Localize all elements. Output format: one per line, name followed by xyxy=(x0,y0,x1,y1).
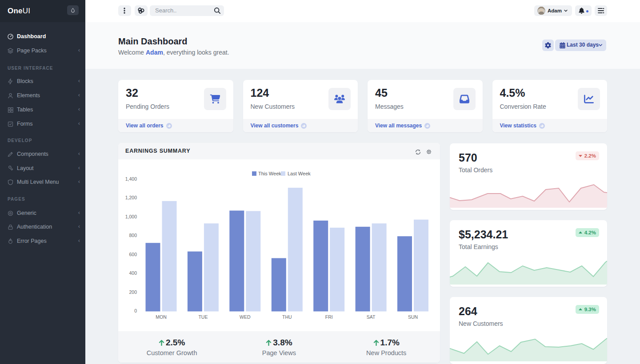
svg-text:800: 800 xyxy=(129,233,137,238)
svg-text:1,200: 1,200 xyxy=(125,195,137,200)
svg-text:200: 200 xyxy=(129,289,137,295)
svg-text:THU: THU xyxy=(282,314,292,320)
svg-text:MON: MON xyxy=(156,314,167,320)
svg-text:600: 600 xyxy=(129,252,137,257)
svg-text:SAT: SAT xyxy=(367,314,376,320)
svg-text:400: 400 xyxy=(129,270,137,276)
svg-text:1,000: 1,000 xyxy=(125,214,137,219)
svg-text:FRI: FRI xyxy=(325,314,333,320)
svg-text:This Week: This Week xyxy=(258,171,281,176)
svg-text:Last Week: Last Week xyxy=(288,171,311,176)
svg-text:TUE: TUE xyxy=(198,314,208,320)
svg-text:WED: WED xyxy=(240,314,251,320)
svg-text:SUN: SUN xyxy=(408,314,418,320)
svg-text:0: 0 xyxy=(134,308,137,313)
svg-text:1,400: 1,400 xyxy=(125,176,137,182)
